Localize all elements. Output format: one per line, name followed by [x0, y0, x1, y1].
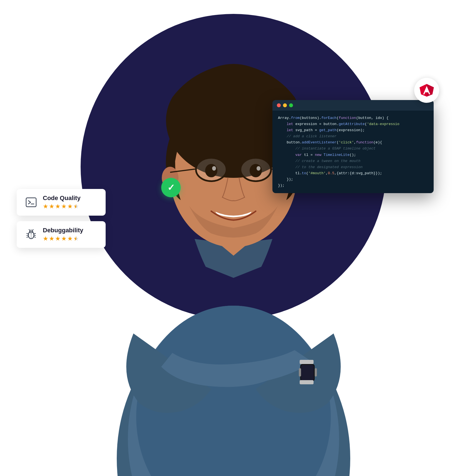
code-quality-card: Code Quality ★ ★ ★ ★ ★ ★ ★ [17, 189, 106, 216]
debuggability-stars: ★ ★ ★ ★ ★ ★ ★ [43, 235, 83, 242]
svg-rect-6 [315, 368, 317, 377]
code-line-9: // to the designated expression [278, 164, 428, 170]
svg-rect-8 [300, 380, 314, 384]
debuggability-info: Debuggability ★ ★ ★ ★ ★ ★ ★ [43, 227, 83, 242]
svg-rect-5 [299, 368, 301, 377]
code-line-12: }); [278, 183, 428, 189]
code-editor-body: Array.from(buttons).forEach(function(but… [272, 111, 434, 193]
traffic-light-green [289, 103, 293, 107]
code-quality-stars: ★ ★ ★ ★ ★ ★ ★ [43, 203, 81, 210]
svg-line-32 [32, 230, 33, 230]
d-star-3: ★ [55, 235, 61, 242]
terminal-icon [26, 197, 37, 208]
svg-line-33 [27, 233, 28, 234]
d-star-1: ★ [43, 235, 48, 242]
star-1: ★ [43, 203, 48, 210]
code-line-5: button.addEventListener('click',function… [278, 139, 428, 146]
svg-line-31 [29, 230, 30, 230]
debuggability-card: Debuggability ★ ★ ★ ★ ★ ★ ★ [17, 221, 106, 248]
bug-icon [26, 229, 37, 240]
star-5: ★ [67, 203, 73, 210]
svg-point-22 [257, 166, 260, 171]
svg-rect-27 [26, 198, 36, 207]
code-line-7: var tl = new TimelineLite(); [278, 152, 428, 158]
debuggability-title: Debuggability [43, 227, 83, 234]
code-quality-icon [24, 196, 38, 209]
code-line-10: tl.to('#mouth',0.5,{attr:{d:svg_path}}); [278, 170, 428, 176]
code-line-2: let expression = button.getAttribute('da… [278, 121, 428, 127]
angular-logo [418, 82, 435, 99]
svg-line-38 [34, 237, 36, 237]
code-quality-info: Code Quality ★ ★ ★ ★ ★ ★ ★ [43, 195, 81, 210]
main-scene: Array.from(buttons).forEach(function(but… [0, 0, 467, 476]
d-star-6: ★ ★ [73, 235, 79, 242]
code-line-8: // create a tween on the mouth [278, 158, 428, 164]
code-line-3: let svg_path = get_path(expression); [278, 127, 428, 133]
check-icon: ✓ [167, 183, 175, 192]
debuggability-icon [24, 228, 38, 241]
svg-point-19 [205, 164, 217, 177]
svg-line-36 [34, 233, 36, 234]
code-quality-title: Code Quality [43, 195, 81, 202]
traffic-light-red [277, 103, 281, 107]
code-card-header [272, 100, 434, 111]
code-editor-card: Array.from(buttons).forEach(function(but… [272, 100, 434, 193]
star-6: ★ ★ [73, 203, 79, 210]
quality-cards-container: Code Quality ★ ★ ★ ★ ★ ★ ★ [17, 189, 106, 248]
code-line-4: // add a click listener [278, 133, 428, 139]
star-4: ★ [61, 203, 67, 210]
star-3: ★ [55, 203, 61, 210]
code-line-11: }); [278, 176, 428, 183]
code-line-1: Array.from(buttons).forEach(function(but… [278, 115, 428, 121]
star-2: ★ [49, 203, 54, 210]
check-badge: ✓ [161, 178, 181, 197]
d-star-5: ★ [67, 235, 73, 242]
svg-line-35 [27, 237, 28, 237]
d-star-4: ★ [61, 235, 67, 242]
traffic-light-yellow [283, 103, 287, 107]
svg-point-20 [250, 164, 262, 177]
d-star-2: ★ [49, 235, 54, 242]
svg-point-21 [212, 166, 216, 171]
svg-rect-4 [301, 365, 314, 380]
svg-rect-7 [300, 360, 314, 364]
code-line-6: // instantiate a GSAP timeline object [278, 146, 428, 152]
angular-badge [414, 78, 439, 103]
